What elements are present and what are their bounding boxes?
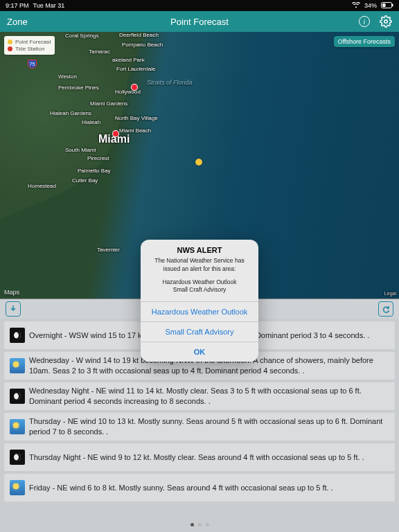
- legend-tide-station: Tide Station: [15, 46, 44, 52]
- city-label: Fort Lauderdale: [116, 66, 155, 72]
- night-icon: [10, 389, 25, 404]
- city-label: akeland Park: [112, 57, 145, 63]
- city-label: Hialeah Gardens: [50, 110, 91, 116]
- city-label: Pirecrest: [87, 155, 109, 161]
- status-time: 9:17 PM: [6, 2, 29, 9]
- day-icon: [10, 480, 25, 495]
- svg-rect-1: [392, 3, 393, 6]
- alert-button-ok[interactable]: OK: [141, 342, 258, 362]
- city-label: Miami Gardens: [90, 100, 127, 107]
- gear-icon[interactable]: [380, 15, 392, 28]
- alert-button-hazardous[interactable]: Hazardous Weather Outlook: [141, 301, 258, 321]
- page-indicator: [0, 517, 399, 532]
- night-icon: [10, 450, 25, 465]
- forecast-text: Wednesday Night - NE wind 11 to 14 kt. M…: [29, 386, 389, 407]
- forecast-text: Friday - NE wind 6 to 8 kt. Mostly sunny…: [29, 483, 333, 493]
- point-forecast-pin[interactable]: [195, 159, 202, 166]
- forecast-row[interactable]: Thursday Night - NE wind 9 to 12 kt. Mos…: [4, 443, 395, 471]
- nav-bar: Zone Point Forecast i: [0, 11, 399, 32]
- city-label: Coral Springs: [65, 33, 98, 39]
- city-label: South Miami: [65, 147, 96, 153]
- city-label: Tavernier: [97, 247, 120, 253]
- battery-pct: 34%: [364, 2, 377, 9]
- alert-title: NWS ALERT: [141, 240, 258, 256]
- city-label: Homestead: [28, 183, 56, 189]
- tide-station-pin[interactable]: [113, 131, 118, 136]
- city-label: Deerfield Beach: [119, 32, 159, 38]
- city-label: Pembroke Pines: [58, 85, 99, 91]
- map-attribution: Maps: [4, 289, 19, 296]
- city-label: Palmetto Bay: [78, 168, 111, 174]
- city-label: Pompano Beach: [122, 42, 163, 48]
- map-legal[interactable]: Legal: [384, 291, 396, 296]
- svg-rect-2: [382, 3, 386, 7]
- day-icon: [10, 358, 25, 373]
- city-label: Cutler Bay: [72, 177, 98, 184]
- page-title: Point Forecast: [0, 17, 399, 27]
- day-icon: [10, 419, 25, 434]
- wifi-icon: [352, 2, 360, 10]
- nws-alert-dialog: NWS ALERT The National Weather Service h…: [141, 240, 258, 362]
- status-date: Tue Mar 31: [33, 2, 65, 9]
- refresh-button[interactable]: [378, 301, 393, 317]
- interstate-shield: 75: [28, 60, 37, 69]
- alert-body: The National Weather Service has issued …: [141, 256, 258, 278]
- status-bar: 9:17 PM Tue Mar 31 34%: [0, 0, 399, 11]
- offshore-forecasts-button[interactable]: Offshore Forecasts: [334, 36, 395, 47]
- alert-button-small-craft[interactable]: Small Craft Advisory: [141, 321, 258, 342]
- forecast-row[interactable]: Thursday - NE wind 10 to 13 kt. Mostly s…: [4, 413, 395, 441]
- night-icon: [10, 328, 25, 343]
- forecast-text: Thursday - NE wind 10 to 13 kt. Mostly s…: [29, 416, 389, 437]
- page-dot[interactable]: [198, 523, 202, 526]
- svg-point-3: [384, 20, 388, 24]
- page-dot[interactable]: [206, 523, 209, 526]
- legend-point-forecast: Point Forecast: [15, 39, 51, 45]
- city-label: Hollywood: [115, 89, 141, 95]
- city-label: Hialeah: [82, 119, 100, 125]
- city-label: North Bay Village: [115, 115, 158, 121]
- water-label: Straits of Florida: [147, 79, 193, 86]
- alert-sub: Hazardous Weather Outlook Small Craft Ad…: [141, 278, 258, 301]
- forecast-text: Thursday Night - NE wind 9 to 12 kt. Mos…: [29, 452, 364, 463]
- battery-icon: [381, 2, 393, 10]
- zone-button[interactable]: Zone: [7, 17, 28, 27]
- forecast-row[interactable]: Wednesday Night - NE wind 11 to 14 kt. M…: [4, 382, 395, 410]
- download-button[interactable]: [6, 301, 21, 317]
- page-dot[interactable]: [190, 523, 194, 526]
- forecast-row[interactable]: Friday - NE wind 6 to 8 kt. Mostly sunny…: [4, 474, 395, 502]
- map-legend: Point Forecast Tide Station: [4, 36, 55, 55]
- city-label: Weston: [58, 73, 77, 80]
- info-icon[interactable]: i: [359, 16, 370, 27]
- tide-station-pin[interactable]: [132, 85, 137, 90]
- city-label: Tamarac: [89, 48, 110, 55]
